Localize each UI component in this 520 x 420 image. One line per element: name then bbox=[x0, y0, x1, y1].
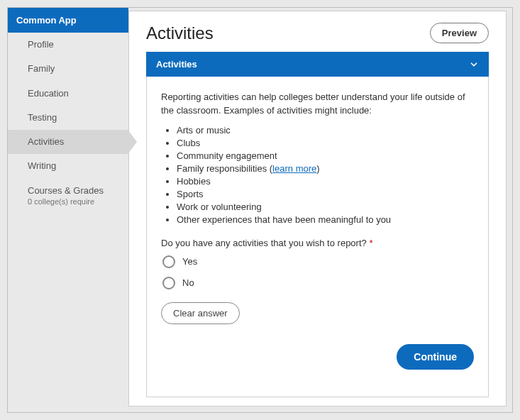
list-item: Clubs bbox=[177, 138, 474, 148]
preview-button[interactable]: Preview bbox=[430, 23, 489, 43]
radio-icon bbox=[162, 277, 175, 289]
sidebar-item-family[interactable]: Family bbox=[8, 57, 128, 81]
sidebar-item-activities[interactable]: Activities bbox=[8, 130, 128, 154]
continue-button[interactable]: Continue bbox=[397, 344, 474, 370]
list-item: Work or volunteering bbox=[177, 201, 474, 212]
list-item: Sports bbox=[177, 189, 474, 199]
main-panel: Activities Preview Activities Reporting … bbox=[128, 11, 507, 407]
sidebar-item-profile[interactable]: Profile bbox=[8, 33, 128, 57]
sidebar-item-testing[interactable]: Testing bbox=[8, 106, 128, 130]
sidebar-item-subtext: 0 college(s) require bbox=[28, 197, 114, 206]
list-item: Hobbies bbox=[177, 176, 474, 187]
list-item: Community engagement bbox=[177, 150, 474, 161]
required-indicator: * bbox=[369, 238, 372, 248]
page-title: Activities bbox=[146, 23, 214, 43]
chevron-down-icon bbox=[469, 60, 479, 70]
radio-option-no[interactable]: No bbox=[162, 277, 474, 289]
question-text: Do you have any activities that you wish… bbox=[161, 238, 474, 248]
sidebar-item-education[interactable]: Education bbox=[8, 82, 128, 106]
radio-label: No bbox=[182, 277, 194, 288]
sidebar-item-writing[interactable]: Writing bbox=[8, 154, 128, 178]
sidebar-header: Common App bbox=[8, 8, 128, 33]
app-frame: Common App Profile Family Education Test… bbox=[7, 7, 513, 413]
section-header-activities[interactable]: Activities bbox=[146, 52, 489, 77]
list-item: Family responsibilities (learn more) bbox=[177, 163, 474, 174]
radio-icon bbox=[162, 255, 175, 268]
question-label: Do you have any activities that you wish… bbox=[161, 238, 367, 248]
section-header-label: Activities bbox=[156, 59, 197, 70]
footer-row: Continue bbox=[161, 344, 474, 370]
intro-text: Reporting activities can help colleges b… bbox=[161, 91, 474, 118]
sidebar-item-courses-grades[interactable]: Courses & Grades 0 college(s) require bbox=[8, 179, 128, 213]
radio-option-yes[interactable]: Yes bbox=[162, 255, 474, 268]
section-body: Reporting activities can help colleges b… bbox=[146, 77, 489, 397]
list-item: Arts or music bbox=[177, 125, 474, 136]
sidebar: Common App Profile Family Education Test… bbox=[8, 8, 128, 412]
sidebar-item-label: Profile bbox=[28, 39, 54, 50]
sidebar-item-label: Testing bbox=[28, 112, 57, 123]
radio-label: Yes bbox=[182, 256, 197, 267]
learn-more-link[interactable]: learn more bbox=[272, 163, 316, 174]
main-header: Activities Preview bbox=[146, 23, 489, 52]
clear-answer-button[interactable]: Clear answer bbox=[161, 302, 240, 324]
sidebar-item-label: Courses & Grades bbox=[28, 185, 104, 196]
sidebar-item-label: Family bbox=[28, 63, 55, 74]
examples-list: Arts or music Clubs Community engagement… bbox=[177, 125, 474, 225]
list-item: Other experiences that have been meaning… bbox=[177, 214, 474, 225]
sidebar-item-label: Writing bbox=[28, 160, 56, 171]
sidebar-item-label: Education bbox=[28, 88, 69, 99]
sidebar-item-label: Activities bbox=[28, 136, 64, 147]
list-item-text: Family responsibilities bbox=[177, 163, 267, 174]
